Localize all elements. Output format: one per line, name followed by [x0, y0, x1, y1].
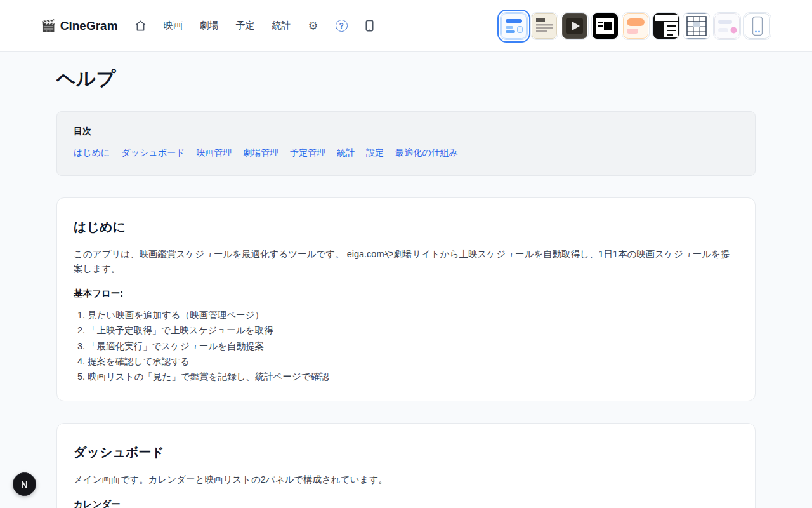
page-title: ヘルプ	[56, 66, 756, 92]
section-heading: はじめに	[74, 218, 738, 236]
app-header: 🎬 CineGram 映画劇場予定統計 ⚙ ?	[0, 0, 812, 52]
section-intro: はじめに このアプリは、映画鑑賞スケジュールを最適化するツールです。 eiga.…	[56, 197, 756, 401]
theme-switcher	[500, 12, 771, 40]
home-button[interactable]	[134, 20, 147, 32]
theme-mobile-icon	[745, 13, 770, 39]
section-dashboard: ダッシュボード メイン画面です。カレンダーと映画リストの2パネルで構成されていま…	[56, 423, 756, 508]
toc-link[interactable]: ダッシュボード	[121, 147, 185, 159]
theme-default-button[interactable]	[500, 12, 528, 40]
nav-link[interactable]: 統計	[272, 20, 291, 32]
help-button[interactable]: ?	[336, 20, 348, 32]
theme-newspaper-button[interactable]	[652, 12, 680, 40]
step-item: 提案を確認して承認する	[88, 354, 738, 369]
help-icon: ?	[336, 20, 348, 32]
theme-default-icon	[501, 13, 527, 39]
gear-icon: ⚙	[308, 20, 318, 32]
theme-dark-icon	[562, 13, 587, 39]
clapperboard-icon: 🎬	[41, 18, 56, 33]
toc-link[interactable]: はじめに	[74, 147, 110, 159]
section-paragraph: このアプリは、映画鑑賞スケジュールを最適化するツールです。 eiga.comや劇…	[74, 247, 738, 276]
theme-contrast-icon	[593, 13, 618, 39]
theme-mobile-button[interactable]	[743, 12, 771, 40]
sub-label: 基本フロー:	[74, 288, 738, 300]
theme-soft-button[interactable]	[713, 12, 741, 40]
app-logo[interactable]: 🎬 CineGram	[41, 18, 118, 33]
theme-soft-icon	[714, 13, 740, 39]
theme-newspaper-icon	[653, 13, 679, 39]
theme-dark-button[interactable]	[561, 12, 589, 40]
step-item: 「最適化実行」でスケジュールを自動提案	[88, 338, 738, 354]
nav-link[interactable]: 映画	[164, 20, 183, 32]
theme-pastel-button[interactable]	[622, 12, 650, 40]
phone-icon	[365, 20, 374, 32]
step-item: 見たい映画を追加する（映画管理ページ）	[88, 307, 738, 323]
theme-pastel-icon	[623, 13, 648, 39]
toc-link[interactable]: 設定	[366, 147, 384, 159]
settings-button[interactable]: ⚙	[308, 20, 318, 32]
toc-link[interactable]: 劇場管理	[243, 147, 278, 159]
nav-link[interactable]: 予定	[236, 20, 255, 32]
toc-link[interactable]: 統計	[337, 147, 355, 159]
nav-links: 映画劇場予定統計	[164, 20, 291, 32]
dev-indicator-badge[interactable]: N	[13, 472, 36, 496]
nav-link[interactable]: 劇場	[200, 20, 219, 32]
toc-link[interactable]: 映画管理	[196, 147, 232, 159]
basic-flow-steps: 見たい映画を追加する（映画管理ページ）「上映予定取得」で上映スケジュールを取得「…	[74, 307, 738, 384]
home-icon	[134, 20, 147, 32]
toc-links: はじめにダッシュボード映画管理劇場管理予定管理統計設定最適化の仕組み	[74, 147, 738, 159]
help-page: ヘルプ 目次 はじめにダッシュボード映画管理劇場管理予定管理統計設定最適化の仕組…	[56, 66, 756, 508]
theme-grid-button[interactable]	[683, 12, 710, 40]
theme-paper-button[interactable]	[530, 12, 558, 40]
theme-contrast-button[interactable]	[591, 12, 619, 40]
toc-link[interactable]: 予定管理	[290, 147, 325, 159]
sub-label: カレンダー	[74, 498, 738, 508]
section-heading: ダッシュボード	[74, 444, 738, 461]
theme-grid-icon	[684, 13, 709, 39]
toc-title: 目次	[74, 126, 738, 137]
theme-paper-icon	[532, 13, 557, 39]
main-nav: 映画劇場予定統計 ⚙ ?	[134, 20, 374, 32]
mobile-view-button[interactable]	[365, 20, 374, 32]
section-paragraph: メイン画面です。カレンダーと映画リストの2パネルで構成されています。	[74, 472, 738, 487]
step-item: 「上映予定取得」で上映スケジュールを取得	[88, 323, 738, 338]
toc-link[interactable]: 最適化の仕組み	[395, 147, 458, 159]
step-item: 映画リストの「見た」で鑑賞を記録し、統計ページで確認	[88, 369, 738, 384]
app-title: CineGram	[60, 19, 118, 33]
toc-card: 目次 はじめにダッシュボード映画管理劇場管理予定管理統計設定最適化の仕組み	[56, 111, 756, 176]
